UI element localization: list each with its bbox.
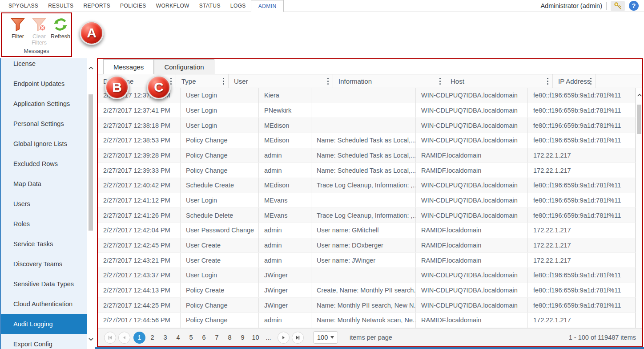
sidebar-item[interactable]: Audit Logging xyxy=(1,314,88,334)
scroll-up-icon[interactable] xyxy=(88,65,94,71)
column-header[interactable]: IP Address xyxy=(553,74,596,88)
nav-item[interactable]: ADMIN xyxy=(251,0,284,12)
callout-a: A xyxy=(80,21,104,45)
page-button[interactable]: 1 xyxy=(133,332,145,344)
cell-date: 2/27/2017 12:44:13 PM xyxy=(98,283,181,298)
cell-information: Name: Scheduled Task as Local,... xyxy=(311,163,416,178)
column-header[interactable]: User xyxy=(229,74,333,88)
page-button[interactable]: ... xyxy=(262,332,274,344)
page-button[interactable]: 2 xyxy=(146,332,158,344)
table-row[interactable]: 2/27/2017 12:44:13 PM Policy Create JWin… xyxy=(98,283,636,298)
table-row[interactable]: 2/27/2017 12:43:21 PM User Create admin … xyxy=(98,253,636,268)
table-row[interactable]: 2/27/2017 12:39:33 PM Policy Change admi… xyxy=(98,163,636,178)
page-button[interactable]: 10 xyxy=(250,332,262,344)
table-row[interactable]: 2/27/2017 12:42:04 PM User Password Chan… xyxy=(98,223,636,238)
nav-item[interactable]: RESULTS xyxy=(43,0,78,12)
nav-item[interactable]: REPORTS xyxy=(79,0,116,12)
tab[interactable]: Configuration xyxy=(154,59,214,74)
nav-item-label: POLICIES xyxy=(120,3,146,9)
sidebar-item[interactable]: Personal Settings xyxy=(1,114,88,134)
table-row[interactable]: 2/27/2017 12:38:18 PM User Login MEdison… xyxy=(98,118,636,133)
sidebar-scrollbar-thumb[interactable] xyxy=(89,94,93,231)
scroll-down-icon[interactable] xyxy=(88,336,94,343)
column-header[interactable]: Information xyxy=(333,74,445,88)
table-row[interactable]: 2/27/2017 12:38:53 PM Policy Change MEdi… xyxy=(98,133,636,148)
table-row[interactable]: 2/27/2017 12:44:25 PM Policy Change JWin… xyxy=(98,298,636,313)
pager: 1 2 3 4 5 6 xyxy=(98,328,642,346)
cell-host: WIN-CDLPUQ7IDBA.localdomain xyxy=(416,208,528,223)
cell-user: admin xyxy=(259,163,311,178)
callout-a-letter: A xyxy=(87,25,97,41)
sidebar-scrollbar[interactable] xyxy=(87,58,95,349)
nav-item[interactable]: STATUS xyxy=(194,0,225,12)
help-icon[interactable]: ? xyxy=(629,1,639,11)
cell-information xyxy=(311,118,416,133)
sidebar-item[interactable]: Excluded Rows xyxy=(1,154,88,174)
nav-item[interactable]: POLICIES xyxy=(115,0,151,12)
column-menu-icon[interactable] xyxy=(590,77,592,85)
column-menu-icon[interactable] xyxy=(439,77,441,85)
tab[interactable]: Messages xyxy=(103,59,154,74)
filter-button[interactable]: Filter xyxy=(8,17,28,48)
nav-right: Administrator (admin) ? xyxy=(540,0,644,12)
table-row[interactable]: 2/27/2017 12:37:41 PM User Login PNewkir… xyxy=(98,103,636,118)
nav-item[interactable]: SPYGLASS xyxy=(4,0,43,12)
cell-user: admin xyxy=(259,238,311,253)
page-number: 10 xyxy=(252,334,259,341)
table-row[interactable]: 2/27/2017 12:40:42 PM Schedule Create ME… xyxy=(98,178,636,193)
column-menu-icon[interactable] xyxy=(547,77,548,85)
column-menu-icon[interactable] xyxy=(223,77,224,85)
column-menu-icon[interactable] xyxy=(170,77,172,85)
sidebar-item[interactable]: Sensitive Data Types xyxy=(1,274,88,294)
page-button[interactable]: 7 xyxy=(211,332,223,344)
column-header-label: Host xyxy=(451,77,464,85)
page-button[interactable]: 9 xyxy=(237,332,249,344)
sidebar-item[interactable]: Endpoint Updates xyxy=(1,73,88,93)
page-size-select[interactable]: 100 xyxy=(313,331,338,344)
cell-information: Trace Log Cleanup, Information: ,... xyxy=(311,208,416,223)
table-row[interactable]: 2/27/2017 12:43:37 PM User Login JWinger… xyxy=(98,268,636,283)
refresh-button[interactable]: Refresh xyxy=(51,17,70,48)
page-button[interactable]: 4 xyxy=(172,332,184,344)
refresh-icon xyxy=(53,17,68,32)
last-page-button[interactable] xyxy=(292,332,304,344)
page-button[interactable]: 5 xyxy=(185,332,197,344)
cell-date: 2/27/2017 12:38:18 PM xyxy=(98,118,181,133)
table-row[interactable]: 2/27/2017 12:39:28 PM Policy Change admi… xyxy=(98,148,636,163)
table-row[interactable]: 2/27/2017 12:44:56 PM Policy Change admi… xyxy=(98,313,636,328)
sidebar-item[interactable]: Discovery Teams xyxy=(1,254,88,274)
sidebar-item[interactable]: Global Ignore Lists xyxy=(1,134,88,154)
page-button[interactable]: 6 xyxy=(198,332,210,344)
table-scrollbar[interactable] xyxy=(636,88,642,328)
sidebar-item[interactable]: Application Settings xyxy=(1,93,88,114)
nav-item[interactable]: LOGS xyxy=(225,0,251,12)
next-page-button[interactable] xyxy=(278,332,290,344)
column-menu-icon[interactable] xyxy=(327,77,329,85)
sidebar-item[interactable]: Cloud Authentication xyxy=(1,294,88,314)
page-button[interactable]: 3 xyxy=(159,332,171,344)
column-header[interactable]: Host xyxy=(445,74,553,88)
sidebar-item[interactable]: License xyxy=(1,58,88,73)
clear-filters-label: Clear Filters xyxy=(29,33,49,46)
sidebar-item[interactable]: Users xyxy=(1,194,88,214)
table-row[interactable]: 2/27/2017 12:42:45 PM User Create admin … xyxy=(98,238,636,253)
sidebar-item[interactable]: Roles xyxy=(1,214,88,234)
sidebar-item[interactable]: Map Data xyxy=(1,174,88,194)
page-button[interactable]: 8 xyxy=(224,332,236,344)
page-number: 4 xyxy=(176,334,180,341)
first-page-button[interactable] xyxy=(104,332,116,344)
key-icon[interactable] xyxy=(611,1,625,11)
nav-item-label: SPYGLASS xyxy=(8,3,38,9)
table-row[interactable]: 2/27/2017 12:41:26 PM Schedule Delete ME… xyxy=(98,208,636,223)
table-scrollbar-thumb[interactable] xyxy=(637,105,641,134)
column-header[interactable]: Type xyxy=(176,74,229,88)
scroll-up-icon[interactable] xyxy=(636,92,642,98)
nav-item[interactable]: WORKFLOW xyxy=(151,0,194,12)
sidebar-item[interactable]: Service Tasks xyxy=(1,234,88,254)
sidebar-item[interactable]: Export Config xyxy=(1,334,88,349)
previous-page-button[interactable] xyxy=(118,332,130,344)
table-row[interactable]: 2/27/2017 12:41:12 PM User Login MEvans … xyxy=(98,193,636,208)
table-row[interactable]: 2/27/2017 12:37:21 PM User Login Kiera W… xyxy=(98,88,636,103)
clear-filters-button[interactable]: Clear Filters xyxy=(29,17,49,48)
cell-ip: 172.22.1.217 xyxy=(528,148,636,163)
